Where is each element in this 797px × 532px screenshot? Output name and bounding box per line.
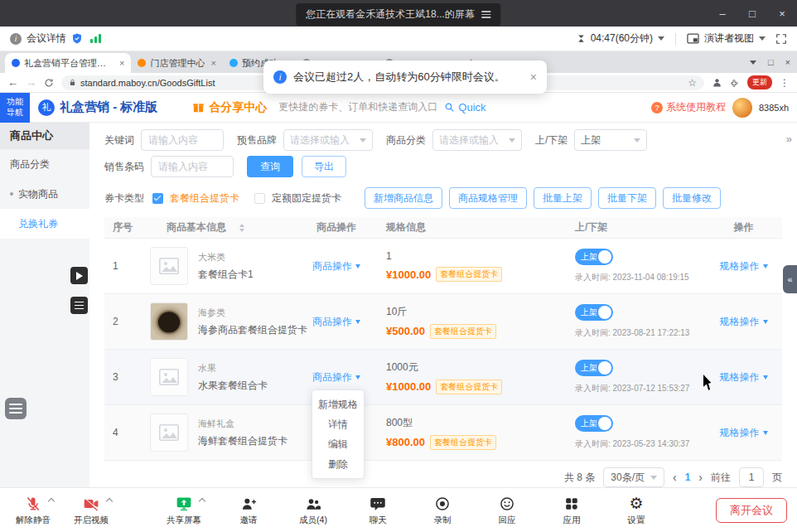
keyword-input[interactable] — [141, 129, 224, 151]
share-center-link[interactable]: 合分享中心 — [192, 100, 267, 115]
spec-op-dropdown[interactable]: 规格操作 — [720, 426, 768, 440]
search-button[interactable]: 查询 — [247, 156, 293, 177]
batch-edit-button[interactable]: 批量修改 — [663, 187, 721, 209]
on-shelf-toggle[interactable]: 上架 — [575, 415, 613, 432]
meeting-details-link[interactable]: 会议详情 — [27, 31, 66, 46]
quick-search-link[interactable]: Quick — [444, 101, 485, 114]
spec-op-dropdown[interactable]: 规格操作 — [720, 370, 768, 384]
current-page[interactable]: 1 — [685, 472, 691, 483]
menu-item-detail[interactable]: 详情 — [312, 414, 364, 434]
floating-menu-button[interactable] — [70, 297, 88, 314]
function-nav-button[interactable]: 功能 导航 — [0, 93, 30, 123]
export-button[interactable]: 导出 — [302, 156, 346, 177]
goto-page-input[interactable] — [739, 467, 764, 487]
invite-person-icon — [240, 495, 257, 513]
fullscreen-icon[interactable] — [775, 33, 787, 45]
prev-page-icon[interactable]: ‹ — [673, 471, 677, 484]
category-label: 商品分类 — [386, 133, 426, 148]
banner-menu-icon[interactable] — [482, 11, 491, 18]
video-options-chevron-icon[interactable] — [106, 497, 113, 504]
card-type-option-unchecked[interactable]: 定额固定提货卡 — [272, 191, 341, 206]
mic-options-chevron-icon[interactable] — [48, 497, 55, 504]
timer-dropdown-chevron-icon[interactable] — [658, 36, 664, 41]
forward-icon[interactable]: → — [26, 76, 36, 89]
back-icon[interactable]: ← — [7, 76, 18, 89]
status-select[interactable]: 上架 — [574, 129, 647, 151]
on-shelf-toggle[interactable]: 上架 — [575, 304, 613, 321]
leave-meeting-button[interactable]: 离开会议 — [716, 498, 787, 523]
browser-tab-active[interactable]: 礼盒营销平台管理中... × — [5, 53, 131, 73]
window-maximize-button[interactable]: □ — [737, 0, 767, 27]
floating-list-widget[interactable] — [5, 398, 27, 419]
share-options-chevron-icon[interactable] — [199, 497, 205, 504]
profile-icon[interactable] — [712, 77, 722, 88]
meeting-limit-toast: i 会议已超过2人，自动转为60分钟限时会议。 × — [263, 60, 547, 94]
meeting-control-bar: 解除静音 开启视频 共享屏幕 邀请 — [0, 487, 797, 532]
page-size-select[interactable]: 30条/页 — [603, 467, 664, 487]
settings-button[interactable]: ⚙ 设置 — [613, 495, 659, 526]
nav-line1: 功能 — [7, 97, 23, 108]
apps-button[interactable]: 应用 — [548, 495, 595, 526]
product-op-dropdown[interactable]: 商品操作 — [312, 259, 360, 273]
barcode-input[interactable] — [151, 156, 234, 177]
tab-close-icon[interactable]: × — [210, 58, 215, 68]
reaction-button[interactable]: 回应 — [484, 495, 530, 526]
add-product-button[interactable]: 新增商品信息 — [365, 187, 442, 209]
side-panel-handle[interactable]: « — [783, 265, 797, 293]
browser-close-icon[interactable]: × — [785, 57, 790, 67]
card-type-option-checked[interactable]: 套餐组合提货卡 — [170, 191, 239, 206]
category-select[interactable]: 请选择或输入 — [432, 129, 522, 151]
batch-off-shelf-button[interactable]: 批量下架 — [598, 187, 656, 209]
filter-collapse-icon[interactable]: » — [786, 133, 790, 145]
browser-restore-icon[interactable]: □ — [768, 57, 774, 67]
product-op-dropdown-open[interactable]: 商品操作 — [312, 370, 360, 384]
spec-op-dropdown[interactable]: 规格操作 — [720, 315, 768, 329]
tutorial-link[interactable]: ? 系统使用教程 — [651, 100, 726, 114]
bookmark-star-icon[interactable]: ☆ — [688, 77, 697, 89]
sidebar-item-gift-coupon[interactable]: 兑换礼券 — [0, 209, 89, 239]
invite-button[interactable]: 邀请 — [225, 495, 272, 526]
menu-item-delete[interactable]: 删除 — [312, 454, 364, 474]
page-unit-label: 页 — [772, 471, 782, 485]
share-screen-button[interactable]: 共享屏幕 — [161, 495, 207, 526]
checkbox-unchecked-icon[interactable] — [254, 193, 265, 204]
window-close-button[interactable]: × — [767, 0, 797, 27]
header-action: 操作 — [705, 220, 782, 235]
record-button[interactable]: 录制 — [419, 495, 466, 526]
sidebar-item-physical-goods[interactable]: 实物商品 — [0, 179, 89, 209]
view-mode-label[interactable]: 演讲者视图 — [704, 31, 754, 46]
unmute-button[interactable]: 解除静音 — [10, 495, 56, 526]
view-dropdown-chevron-icon[interactable] — [759, 36, 766, 41]
table-row: 3 水果 水果套餐组合卡 商品操作 1000元 ¥1000.00 套餐组合提货 — [104, 350, 782, 405]
sidebar-item-category[interactable]: 商品分类 — [0, 149, 89, 179]
refresh-icon[interactable] — [44, 78, 54, 88]
browser-update-button[interactable]: 更新 — [747, 75, 772, 89]
browser-tab[interactable]: 门店管理中心 × — [131, 53, 222, 73]
spec-manage-button[interactable]: 商品规格管理 — [449, 187, 527, 209]
on-shelf-toggle[interactable]: 上架 — [575, 360, 613, 376]
start-video-button[interactable]: 开启视频 — [68, 495, 114, 526]
extensions-icon[interactable] — [730, 78, 740, 88]
menu-item-add-spec[interactable]: 新增规格 — [312, 394, 364, 414]
toast-close-icon[interactable]: × — [530, 70, 537, 84]
collapse-arrow-button[interactable] — [70, 267, 88, 284]
view-layout-icon — [687, 33, 699, 44]
sidebar-item-label: 实物商品 — [18, 187, 58, 201]
product-op-dropdown[interactable]: 商品操作 — [312, 315, 360, 329]
spec-op-dropdown[interactable]: 规格操作 — [720, 259, 768, 273]
next-page-icon[interactable]: › — [698, 471, 703, 484]
members-button[interactable]: 成员(4) — [290, 495, 336, 526]
batch-on-shelf-button[interactable]: 批量上架 — [534, 187, 592, 209]
browser-menu-icon[interactable]: ⋮ — [780, 77, 790, 89]
avatar[interactable] — [732, 98, 752, 118]
tab-close-icon[interactable]: × — [119, 58, 124, 68]
window-minimize-button[interactable]: – — [708, 0, 737, 27]
card-type-tag: 套餐组合提货卡 — [430, 435, 496, 450]
sort-icon[interactable] — [239, 224, 244, 232]
menu-item-edit[interactable]: 编辑 — [312, 434, 364, 454]
on-shelf-toggle[interactable]: 上架 — [575, 249, 613, 265]
tab-search-chevron-icon[interactable] — [750, 60, 756, 65]
checkbox-checked-icon[interactable] — [152, 193, 163, 204]
brand-select[interactable]: 请选择或输入 — [283, 129, 373, 151]
chat-button[interactable]: 聊天 — [355, 495, 401, 526]
